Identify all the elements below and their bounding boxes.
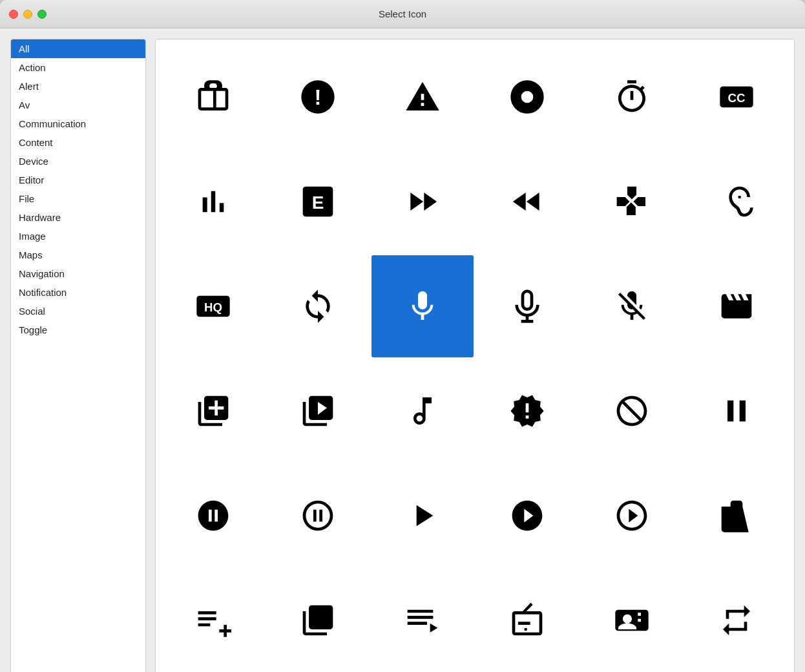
sidebar-item-editor[interactable]: Editor <box>11 171 145 189</box>
icon-movie[interactable] <box>685 255 788 357</box>
sidebar-item-maps[interactable]: Maps <box>11 246 145 264</box>
icon-playlist-add-check[interactable] <box>267 569 369 671</box>
icon-gamepad[interactable] <box>581 151 683 253</box>
icon-hearing[interactable] <box>685 151 788 253</box>
icon-cc[interactable]: CC <box>685 46 788 148</box>
svg-rect-11 <box>523 291 532 310</box>
sidebar-item-notification[interactable]: Notification <box>11 283 145 302</box>
icon-mic[interactable] <box>371 255 474 357</box>
icon-pause-bars[interactable] <box>685 360 788 462</box>
svg-text:CC: CC <box>728 91 746 105</box>
sidebar-item-device[interactable]: Device <box>11 152 145 171</box>
icon-recent-actors[interactable] <box>581 569 683 671</box>
icon-grid-container: ! CC E <box>155 39 795 672</box>
icon-error[interactable]: ! <box>267 46 369 148</box>
icon-play-shopping-bag[interactable] <box>685 465 788 567</box>
icon-new-releases[interactable] <box>476 360 578 462</box>
svg-point-3 <box>521 91 534 103</box>
icon-queue-music[interactable] <box>267 360 369 462</box>
traffic-lights <box>9 10 47 19</box>
sidebar-item-hardware[interactable]: Hardware <box>11 208 145 227</box>
icon-briefcase[interactable] <box>162 46 264 148</box>
icon-radio-button[interactable] <box>476 46 578 148</box>
sidebar-item-alert[interactable]: Alert <box>11 77 145 96</box>
svg-text:!: ! <box>315 85 322 109</box>
icon-queue[interactable] <box>162 360 264 462</box>
icon-warning[interactable] <box>371 46 474 148</box>
sidebar-item-toggle[interactable]: Toggle <box>11 320 145 339</box>
icon-repeat[interactable] <box>685 569 788 671</box>
close-button[interactable] <box>9 10 18 19</box>
sidebar-item-av[interactable]: Av <box>11 96 145 114</box>
sidebar-item-content[interactable]: Content <box>11 133 145 152</box>
icon-playlist-play[interactable] <box>371 569 474 671</box>
icon-fast-forward[interactable] <box>371 151 474 253</box>
minimize-button[interactable] <box>23 10 32 19</box>
icon-radio[interactable] <box>476 569 578 671</box>
icon-not-interested[interactable] <box>581 360 683 462</box>
icon-pause-circle-filled[interactable] <box>162 465 264 567</box>
svg-point-8 <box>738 196 741 199</box>
icon-mic-off[interactable] <box>581 255 683 357</box>
svg-text:HQ: HQ <box>204 300 222 314</box>
main-content: All Action Alert Av Communication Conten… <box>0 28 805 672</box>
window-title: Select Icon <box>379 8 426 19</box>
sidebar-item-navigation[interactable]: Navigation <box>11 264 145 283</box>
icon-explicit[interactable]: E <box>267 151 369 253</box>
icon-mic-outline[interactable] <box>476 255 578 357</box>
maximize-button[interactable] <box>37 10 47 19</box>
icon-hd[interactable]: HQ <box>162 255 264 357</box>
sidebar-item-action[interactable]: Action <box>11 58 145 77</box>
sidebar-item-communication[interactable]: Communication <box>11 114 145 133</box>
sidebar-item-file[interactable]: File <box>11 189 145 208</box>
icon-play-arrow[interactable] <box>371 465 474 567</box>
icon-library-music[interactable] <box>371 360 474 462</box>
sidebar-item-social[interactable]: Social <box>11 302 145 320</box>
icon-grid: ! CC E <box>162 46 788 672</box>
icon-timer[interactable] <box>581 46 683 148</box>
sidebar-item-all[interactable]: All <box>11 39 145 58</box>
category-sidebar: All Action Alert Av Communication Conten… <box>10 39 146 672</box>
icon-fast-rewind[interactable] <box>476 151 578 253</box>
icon-loop[interactable] <box>267 255 369 357</box>
icon-playlist-add[interactable] <box>162 569 264 671</box>
icon-bar-chart[interactable] <box>162 151 264 253</box>
icon-play-circle-filled[interactable] <box>476 465 578 567</box>
icon-play-circle-outline[interactable] <box>581 465 683 567</box>
dialog-window: Select Icon All Action Alert Av Communic… <box>0 0 805 672</box>
sidebar-item-image[interactable]: Image <box>11 227 145 246</box>
svg-text:E: E <box>312 193 324 213</box>
titlebar: Select Icon <box>0 0 805 28</box>
icon-pause-circle-outline[interactable] <box>267 465 369 567</box>
